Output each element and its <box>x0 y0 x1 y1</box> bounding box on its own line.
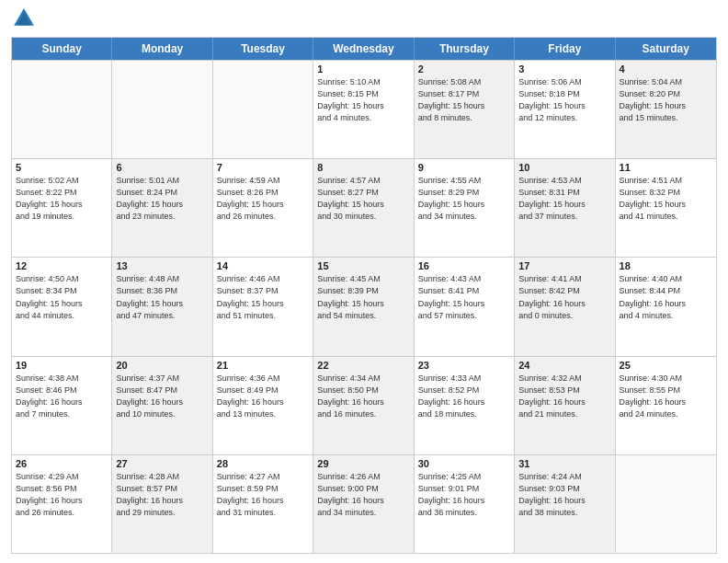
day-info: Sunrise: 4:36 AM Sunset: 8:49 PM Dayligh… <box>217 373 309 420</box>
day-info: Sunrise: 4:37 AM Sunset: 8:47 PM Dayligh… <box>116 373 208 420</box>
cal-cell-26: 26Sunrise: 4:29 AM Sunset: 8:56 PM Dayli… <box>12 455 112 553</box>
day-info: Sunrise: 5:02 AM Sunset: 8:22 PM Dayligh… <box>16 175 108 223</box>
cal-cell-empty <box>616 455 716 553</box>
day-info: Sunrise: 4:48 AM Sunset: 8:36 PM Dayligh… <box>116 273 208 321</box>
day-info: Sunrise: 4:45 AM Sunset: 8:39 PM Dayligh… <box>317 273 409 321</box>
week-row-4: 19Sunrise: 4:38 AM Sunset: 8:46 PM Dayli… <box>12 356 716 454</box>
cal-cell-21: 21Sunrise: 4:36 AM Sunset: 8:49 PM Dayli… <box>213 357 313 454</box>
calendar: SundayMondayTuesdayWednesdayThursdayFrid… <box>11 37 717 554</box>
day-info: Sunrise: 4:41 AM Sunset: 8:42 PM Dayligh… <box>518 273 610 321</box>
calendar-body: 1Sunrise: 5:10 AM Sunset: 8:15 PM Daylig… <box>12 60 716 553</box>
day-info: Sunrise: 5:08 AM Sunset: 8:17 PM Dayligh… <box>418 76 510 124</box>
day-info: Sunrise: 4:29 AM Sunset: 8:56 PM Dayligh… <box>16 471 108 519</box>
cal-cell-empty <box>12 61 112 158</box>
cal-cell-30: 30Sunrise: 4:25 AM Sunset: 9:01 PM Dayli… <box>415 455 515 553</box>
day-info: Sunrise: 5:04 AM Sunset: 8:20 PM Dayligh… <box>620 76 712 124</box>
header-day-tuesday: Tuesday <box>213 38 313 60</box>
day-info: Sunrise: 4:28 AM Sunset: 8:57 PM Dayligh… <box>116 471 208 519</box>
day-number: 5 <box>16 162 108 173</box>
cal-cell-8: 8Sunrise: 4:57 AM Sunset: 8:27 PM Daylig… <box>313 159 414 257</box>
cal-cell-empty <box>213 61 313 158</box>
cal-cell-16: 16Sunrise: 4:43 AM Sunset: 8:41 PM Dayli… <box>415 258 515 355</box>
cal-cell-12: 12Sunrise: 4:50 AM Sunset: 8:34 PM Dayli… <box>12 258 112 355</box>
day-info: Sunrise: 4:27 AM Sunset: 8:59 PM Dayligh… <box>217 471 309 519</box>
cal-cell-17: 17Sunrise: 4:41 AM Sunset: 8:42 PM Dayli… <box>515 258 615 355</box>
day-info: Sunrise: 4:32 AM Sunset: 8:53 PM Dayligh… <box>518 373 610 420</box>
cal-cell-19: 19Sunrise: 4:38 AM Sunset: 8:46 PM Dayli… <box>12 357 112 454</box>
cal-cell-14: 14Sunrise: 4:46 AM Sunset: 8:37 PM Dayli… <box>213 258 313 355</box>
header-day-sunday: Sunday <box>12 38 112 60</box>
cal-cell-23: 23Sunrise: 4:33 AM Sunset: 8:52 PM Dayli… <box>415 357 515 454</box>
day-number: 6 <box>116 162 208 173</box>
day-info: Sunrise: 4:33 AM Sunset: 8:52 PM Dayligh… <box>418 373 510 420</box>
cal-cell-2: 2Sunrise: 5:08 AM Sunset: 8:17 PM Daylig… <box>415 61 515 158</box>
day-number: 13 <box>116 260 208 271</box>
day-info: Sunrise: 4:38 AM Sunset: 8:46 PM Dayligh… <box>16 373 108 420</box>
logo <box>11 9 37 31</box>
day-info: Sunrise: 4:34 AM Sunset: 8:50 PM Dayligh… <box>317 373 409 420</box>
week-row-1: 1Sunrise: 5:10 AM Sunset: 8:15 PM Daylig… <box>12 60 716 158</box>
cal-cell-5: 5Sunrise: 5:02 AM Sunset: 8:22 PM Daylig… <box>12 159 112 257</box>
day-info: Sunrise: 4:51 AM Sunset: 8:32 PM Dayligh… <box>620 175 712 223</box>
day-info: Sunrise: 4:24 AM Sunset: 9:03 PM Dayligh… <box>518 471 610 519</box>
day-info: Sunrise: 5:06 AM Sunset: 8:18 PM Dayligh… <box>518 76 610 124</box>
header <box>11 9 717 31</box>
cal-cell-7: 7Sunrise: 4:59 AM Sunset: 8:26 PM Daylig… <box>213 159 313 257</box>
day-number: 28 <box>217 458 309 469</box>
week-row-2: 5Sunrise: 5:02 AM Sunset: 8:22 PM Daylig… <box>12 158 716 257</box>
day-number: 31 <box>518 458 610 469</box>
day-info: Sunrise: 4:30 AM Sunset: 8:55 PM Dayligh… <box>620 373 712 420</box>
header-day-friday: Friday <box>515 38 615 60</box>
cal-cell-6: 6Sunrise: 5:01 AM Sunset: 8:24 PM Daylig… <box>112 159 212 257</box>
cal-cell-24: 24Sunrise: 4:32 AM Sunset: 8:53 PM Dayli… <box>515 357 615 454</box>
day-number: 20 <box>116 360 208 371</box>
day-info: Sunrise: 4:26 AM Sunset: 9:00 PM Dayligh… <box>317 471 409 519</box>
cal-cell-31: 31Sunrise: 4:24 AM Sunset: 9:03 PM Dayli… <box>515 455 615 553</box>
cal-cell-1: 1Sunrise: 5:10 AM Sunset: 8:15 PM Daylig… <box>313 61 414 158</box>
day-number: 3 <box>518 63 610 75</box>
day-number: 11 <box>620 162 712 173</box>
day-info: Sunrise: 4:46 AM Sunset: 8:37 PM Dayligh… <box>217 273 309 321</box>
cal-cell-27: 27Sunrise: 4:28 AM Sunset: 8:57 PM Dayli… <box>112 455 212 553</box>
cal-cell-22: 22Sunrise: 4:34 AM Sunset: 8:50 PM Dayli… <box>313 357 414 454</box>
day-number: 27 <box>116 458 208 469</box>
day-number: 24 <box>518 360 610 371</box>
day-info: Sunrise: 4:43 AM Sunset: 8:41 PM Dayligh… <box>418 273 510 321</box>
header-day-wednesday: Wednesday <box>313 38 414 60</box>
day-number: 29 <box>317 458 409 469</box>
day-number: 23 <box>418 360 510 371</box>
cal-cell-29: 29Sunrise: 4:26 AM Sunset: 9:00 PM Dayli… <box>313 455 414 553</box>
week-row-3: 12Sunrise: 4:50 AM Sunset: 8:34 PM Dayli… <box>12 257 716 355</box>
day-number: 7 <box>217 162 309 173</box>
cal-cell-4: 4Sunrise: 5:04 AM Sunset: 8:20 PM Daylig… <box>616 61 716 158</box>
cal-cell-11: 11Sunrise: 4:51 AM Sunset: 8:32 PM Dayli… <box>616 159 716 257</box>
day-number: 30 <box>418 458 510 469</box>
cal-cell-25: 25Sunrise: 4:30 AM Sunset: 8:55 PM Dayli… <box>616 357 716 454</box>
day-info: Sunrise: 4:57 AM Sunset: 8:27 PM Dayligh… <box>317 175 409 223</box>
cal-cell-15: 15Sunrise: 4:45 AM Sunset: 8:39 PM Dayli… <box>313 258 414 355</box>
day-info: Sunrise: 4:55 AM Sunset: 8:29 PM Dayligh… <box>418 175 510 223</box>
day-info: Sunrise: 4:40 AM Sunset: 8:44 PM Dayligh… <box>620 273 712 321</box>
cal-cell-3: 3Sunrise: 5:06 AM Sunset: 8:18 PM Daylig… <box>515 61 615 158</box>
day-number: 17 <box>518 260 610 271</box>
day-number: 21 <box>217 360 309 371</box>
day-info: Sunrise: 5:10 AM Sunset: 8:15 PM Dayligh… <box>317 76 409 124</box>
header-day-monday: Monday <box>112 38 212 60</box>
day-info: Sunrise: 4:25 AM Sunset: 9:01 PM Dayligh… <box>418 471 510 519</box>
day-number: 19 <box>16 360 108 371</box>
day-number: 14 <box>217 260 309 271</box>
day-number: 4 <box>620 63 712 75</box>
logo-icon <box>11 6 37 31</box>
day-number: 2 <box>418 63 510 75</box>
day-number: 12 <box>16 260 108 271</box>
cal-cell-20: 20Sunrise: 4:37 AM Sunset: 8:47 PM Dayli… <box>112 357 212 454</box>
day-info: Sunrise: 4:50 AM Sunset: 8:34 PM Dayligh… <box>16 273 108 321</box>
day-info: Sunrise: 4:59 AM Sunset: 8:26 PM Dayligh… <box>217 175 309 223</box>
cal-cell-10: 10Sunrise: 4:53 AM Sunset: 8:31 PM Dayli… <box>515 159 615 257</box>
day-number: 10 <box>518 162 610 173</box>
week-row-5: 26Sunrise: 4:29 AM Sunset: 8:56 PM Dayli… <box>12 454 716 553</box>
day-number: 9 <box>418 162 510 173</box>
header-day-thursday: Thursday <box>415 38 515 60</box>
day-number: 22 <box>317 360 409 371</box>
day-number: 18 <box>620 260 712 271</box>
